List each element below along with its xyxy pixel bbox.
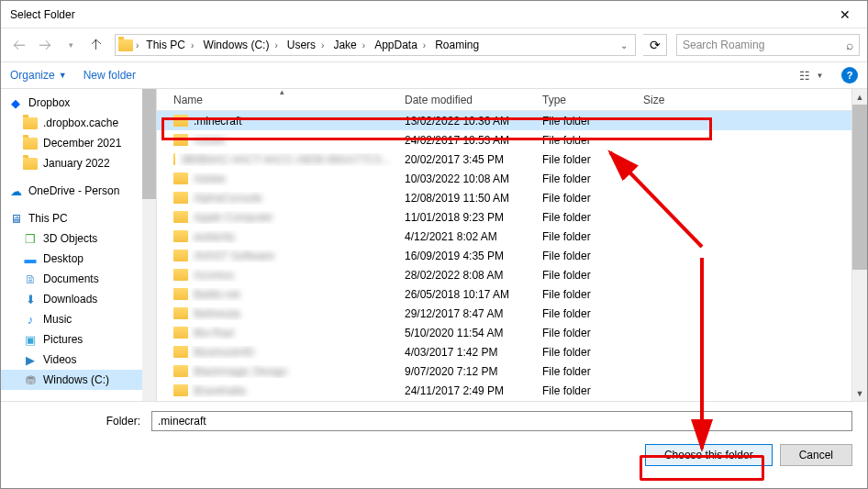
file-name: Azureus [194,269,234,282]
file-name: Bio-Rad [194,327,233,339]
column-name[interactable]: Name [166,94,397,106]
folder-icon [173,172,188,184]
file-date: 28/02/2022 8:08 AM [397,269,535,282]
search-input[interactable] [683,39,846,51]
file-row[interactable]: Adobe10/03/2022 10:08 AMFile folder [157,169,851,188]
view-options-button[interactable]: ☷ ▼ [797,69,825,83]
nav-videos[interactable]: ▶Videos [1,350,142,370]
scrollbar-thumb[interactable] [852,105,867,270]
nav-this-pc[interactable]: 🖥This PC [1,208,142,228]
folder-icon [23,116,38,130]
file-type: File folder [535,250,636,262]
breadcrumb[interactable]: Jake› [328,35,369,55]
breadcrumb[interactable]: This PC› [140,35,197,55]
file-date: 20/02/2017 3:45 PM [397,153,535,166]
file-row[interactable]: AlphaConsole12/08/2019 11:50 AMFile fold… [157,188,851,207]
scroll-up-button[interactable]: ▲ [852,89,867,105]
file-row[interactable]: Blackmagic Design9/07/2020 7:12 PMFile f… [157,361,851,381]
help-button[interactable]: ? [841,67,858,83]
column-size[interactable]: Size [636,94,709,106]
file-type: File folder [535,288,636,301]
nav-pictures[interactable]: ▣Pictures [1,329,142,350]
file-scrollbar[interactable]: ▲ ▼ [851,89,867,401]
file-date: 16/09/2019 4:35 PM [397,250,535,262]
refresh-button[interactable]: ⟳ [643,34,667,56]
file-row[interactable]: Bravehalla24/11/2017 2:49 PMFile folder [157,381,851,400]
cloud-icon: ☁ [8,183,23,198]
search-icon[interactable]: ⌕ [846,38,853,52]
file-date: 13/02/2022 10:36 AM [397,115,535,128]
file-row[interactable]: 3B0B4AC-4ACT-4ACC-AB36-96AA77C3...20/02/… [157,150,851,169]
breadcrumb[interactable]: AppData› [369,35,429,55]
nav-desktop[interactable]: ▬Desktop [1,249,142,269]
scrollbar-thumb[interactable] [142,89,156,199]
breadcrumb[interactable]: Roaming [429,35,484,55]
folder-icon [173,211,188,223]
file-type: File folder [535,115,636,128]
folder-icon [173,346,188,358]
new-folder-button[interactable]: New folder [83,69,136,82]
file-name: Bethesda [194,307,240,320]
column-type[interactable]: Type [535,94,636,106]
forward-button[interactable]: 🡢 [34,34,56,56]
nav-item[interactable]: .dropbox.cache [1,113,142,133]
scroll-down-button[interactable]: ▼ [852,385,867,401]
folder-icon [173,384,188,396]
file-date: 24/11/2017 2:49 PM [397,384,535,397]
back-button[interactable]: 🡠 [8,34,30,56]
file-row[interactable]: Bethesda29/12/2017 8:47 AMFile folder [157,304,851,323]
folder-icon [173,307,188,319]
file-row[interactable]: Azureus28/02/2022 8:08 AMFile folder [157,265,851,284]
file-date: 11/01/2018 9:23 PM [397,211,535,224]
search-box[interactable]: ⌕ [676,34,860,56]
address-bar[interactable]: › This PC› Windows (C:)› Users› Jake› Ap… [115,34,636,56]
file-row[interactable]: Bio-Rad5/10/2020 11:54 AMFile folder [157,323,851,342]
up-button[interactable]: 🡡 [85,34,107,56]
nav-3d-objects[interactable]: ❒3D Objects [1,228,142,249]
recent-dropdown[interactable]: ▾ [60,34,82,56]
column-date[interactable]: Date modified [397,94,535,106]
nav-item[interactable]: December 2021 [1,133,142,153]
file-type: File folder [535,327,636,339]
nav-windows-c[interactable]: ⛃Windows (C:) [1,370,142,390]
breadcrumb[interactable]: Windows (C:)› [197,35,281,55]
downloads-icon: ⬇ [23,292,38,306]
cancel-button[interactable]: Cancel [780,444,852,466]
file-date: 12/08/2019 11:50 AM [397,192,535,205]
chevron-down-icon[interactable]: ⌄ [615,40,633,50]
folder-icon [173,192,188,204]
file-row[interactable]: audacity4/12/2021 8:02 AMFile folder [157,227,851,246]
file-row[interactable]: AVAST Software16/09/2019 4:35 PMFile fol… [157,246,851,265]
nav-onedrive[interactable]: ☁OneDrive - Person [1,181,142,201]
nav-downloads[interactable]: ⬇Downloads [1,289,142,309]
breadcrumb[interactable]: Users› [282,35,328,55]
choose-folder-button[interactable]: Choose this folder [645,444,773,466]
file-name: Battle.net [194,288,240,301]
folder-icon [173,288,188,300]
close-button[interactable]: ✕ [827,2,863,28]
file-type: File folder [535,384,636,397]
nav-music[interactable]: ♪Music [1,309,142,329]
file-date: 10/03/2022 10:08 AM [397,172,535,185]
pictures-icon: ▣ [23,332,38,347]
documents-icon: 🗎 [23,272,38,286]
nav-scrollbar[interactable] [142,89,157,401]
nav-documents[interactable]: 🗎Documents [1,269,142,289]
file-row[interactable]: BioshockHD4/03/2017 1:42 PMFile folder [157,342,851,361]
file-row[interactable]: .minecraft13/02/2022 10:36 AMFile folder [157,111,851,130]
nav-dropbox[interactable]: ◆Dropbox [1,93,142,113]
chevron-right-icon[interactable]: › [134,40,140,50]
file-type: File folder [535,134,636,147]
file-date: 29/12/2017 8:47 AM [397,307,535,320]
file-date: 4/12/2021 8:02 AM [397,230,535,243]
file-name: Adobe [194,172,226,185]
file-row[interactable]: Adobe24/02/2017 10:53 AMFile folder [157,130,851,150]
nav-item[interactable]: January 2022 [1,153,142,173]
file-type: File folder [535,307,636,320]
folder-icon [117,37,134,53]
file-type: File folder [535,346,636,359]
file-row[interactable]: Apple Computer11/01/2018 9:23 PMFile fol… [157,207,851,227]
organize-menu[interactable]: Organize ▼ [10,69,67,82]
folder-input[interactable] [151,411,852,431]
file-row[interactable]: Battle.net26/05/2018 10:17 AMFile folder [157,284,851,304]
